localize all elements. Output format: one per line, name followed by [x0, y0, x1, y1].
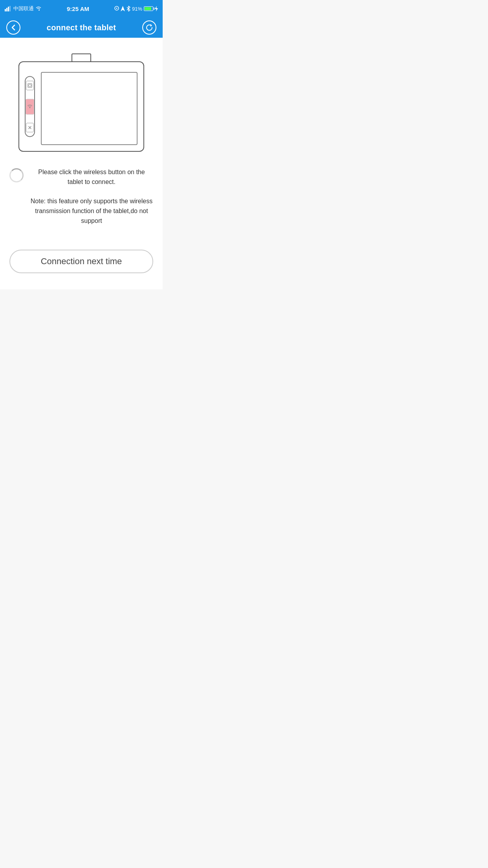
bottom-button-icon — [28, 126, 32, 130]
battery-percent: 91% — [132, 6, 142, 12]
tablet-side-panel — [25, 76, 35, 137]
svg-rect-0 — [5, 9, 6, 11]
tablet-top-button — [26, 81, 34, 90]
tablet-body — [18, 61, 144, 152]
bluetooth-icon — [127, 6, 130, 11]
svg-rect-10 — [29, 85, 31, 87]
signal-icon — [5, 6, 12, 11]
tablet-illustration — [18, 53, 144, 152]
refresh-button[interactable] — [142, 20, 156, 35]
navigation-icon — [121, 6, 125, 11]
info-line1: Please click the wireless button on the … — [38, 169, 145, 185]
drawing-area — [41, 72, 138, 145]
battery-indicator — [144, 6, 153, 11]
svg-rect-3 — [9, 6, 11, 11]
carrier-name: 中国联通 — [13, 5, 34, 12]
connection-next-time-button[interactable]: Connection next time — [9, 250, 153, 273]
refresh-icon — [145, 24, 153, 31]
page-title: connect the tablet — [47, 23, 116, 32]
wireless-icon — [27, 103, 33, 110]
spinner-ring — [9, 168, 24, 182]
top-button-icon — [28, 83, 32, 88]
connection-btn-label: Connection next time — [41, 256, 122, 267]
status-bar: 中国联通 9:25 AM 91% — [0, 0, 163, 17]
wireless-button[interactable] — [26, 99, 34, 114]
gps-icon — [114, 6, 119, 11]
usb-connector — [72, 53, 91, 62]
info-line2: Note: this feature only supports the wir… — [31, 198, 152, 224]
main-content: Please click the wireless button on the … — [0, 38, 163, 289]
back-button[interactable] — [6, 20, 20, 35]
charging-icon — [155, 6, 158, 11]
svg-rect-2 — [8, 7, 9, 11]
status-right: 91% — [114, 6, 158, 12]
wifi-icon — [35, 6, 42, 11]
tablet-bottom-button — [26, 123, 34, 132]
header: connect the tablet — [0, 17, 163, 38]
status-container: Please click the wireless button on the … — [9, 167, 153, 226]
svg-rect-1 — [6, 8, 7, 11]
svg-marker-7 — [155, 6, 158, 11]
battery-fill — [145, 7, 151, 10]
svg-marker-6 — [121, 6, 125, 11]
back-arrow-icon — [10, 24, 17, 31]
loading-spinner — [9, 168, 24, 182]
status-time: 9:25 AM — [67, 6, 89, 12]
svg-marker-8 — [150, 24, 152, 27]
info-text: Please click the wireless button on the … — [30, 167, 153, 226]
svg-point-5 — [116, 8, 117, 9]
status-left: 中国联通 — [5, 5, 42, 12]
svg-point-11 — [29, 107, 31, 108]
